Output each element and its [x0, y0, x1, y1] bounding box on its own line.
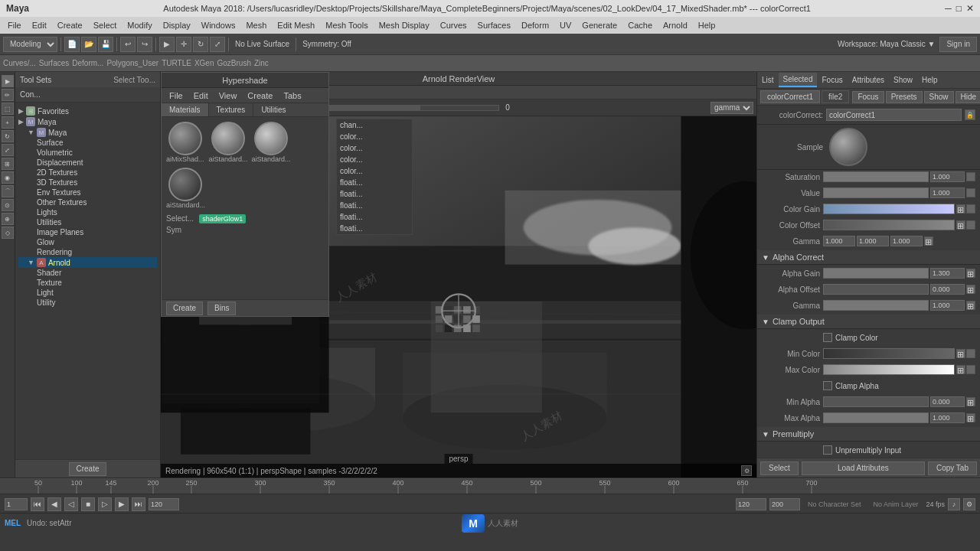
rendering-node[interactable]: Rendering [18, 247, 157, 257]
item-float3[interactable]: floati... [337, 200, 412, 211]
current-frame-input[interactable] [149, 498, 179, 510]
env-textures-node[interactable]: Env Textures [18, 187, 157, 197]
menu-help[interactable]: Help [694, 19, 720, 31]
menu-windows[interactable]: Windows [197, 19, 240, 31]
gamma-select[interactable]: gamma [710, 102, 753, 114]
co-connect-btn[interactable] [966, 220, 975, 230]
play-btn[interactable]: ▷ [98, 497, 112, 511]
menu-mesh-tools[interactable]: Mesh Tools [321, 19, 372, 31]
new-scene-btn[interactable]: 📄 [64, 37, 80, 52]
3d-textures-node[interactable]: 3D Textures [18, 178, 157, 187]
show-btn[interactable]: Show [924, 91, 954, 103]
sat-value[interactable] [930, 171, 965, 182]
lights-node[interactable]: Lights [18, 207, 157, 217]
maximize-btn[interactable]: □ [956, 3, 962, 14]
item-float5[interactable]: floati... [337, 223, 412, 234]
co-color-bar[interactable] [823, 220, 955, 230]
scale-btn[interactable]: ⤢ [210, 37, 225, 52]
ae-node-tab-2[interactable]: file2 [822, 90, 849, 103]
cg-connect-btn[interactable] [966, 204, 975, 214]
mna-value[interactable] [930, 396, 965, 407]
next-keyframe-btn[interactable]: ⏭ [132, 497, 145, 511]
mat-item-4[interactable]: aiStandard... [166, 168, 204, 209]
ao-slider[interactable] [823, 284, 929, 295]
menu-select[interactable]: Select [89, 19, 122, 31]
universal-tool-btn[interactable]: ⊞ [2, 158, 14, 170]
ae-focus-tab[interactable]: Focus [817, 73, 847, 86]
menu-generate[interactable]: Generate [577, 19, 622, 31]
joint-btn[interactable]: ⊙ [2, 199, 14, 211]
soft-mod-btn[interactable]: ◉ [2, 171, 14, 184]
displacement-node[interactable]: Displacement [18, 158, 157, 168]
menu-cache[interactable]: Cache [623, 19, 657, 31]
sign-in-btn[interactable]: Sign in [939, 37, 977, 52]
item-color1[interactable]: color... [337, 131, 412, 142]
agm-connect-btn[interactable]: ⊞ [966, 301, 975, 310]
glow-node[interactable]: Glow [18, 237, 157, 247]
image-planes-node[interactable]: Image Planes [18, 227, 157, 237]
hs-materials-tab[interactable]: Materials [162, 103, 209, 116]
menu-create[interactable]: Create [53, 19, 87, 31]
mxa-slider[interactable] [823, 412, 929, 423]
min-color-bar[interactable] [823, 348, 955, 359]
utilities-node[interactable]: Utilities [18, 217, 157, 227]
step-back-btn[interactable]: ◀ [47, 497, 61, 511]
cg-expand-btn[interactable]: ⊞ [956, 204, 965, 214]
item-float2[interactable]: floati... [337, 188, 412, 200]
shader-sub-node[interactable]: Shader [18, 268, 157, 278]
unpremultiply-checkbox[interactable] [823, 445, 832, 455]
hs-view-menu[interactable]: View [214, 90, 242, 101]
start-frame-input[interactable] [5, 498, 28, 510]
hs-file-menu[interactable]: File [165, 90, 188, 101]
workspace-dropdown[interactable]: Modeling [3, 37, 57, 52]
gamma-r-input[interactable] [823, 236, 855, 246]
agm-value[interactable] [930, 300, 965, 311]
save-btn[interactable]: 💾 [98, 37, 113, 52]
redo-btn[interactable]: ↪ [137, 37, 152, 52]
mxc-connect-btn[interactable] [966, 365, 975, 374]
menu-edit-mesh[interactable]: Edit Mesh [273, 19, 319, 31]
hs-tabs-menu[interactable]: Tabs [279, 90, 305, 101]
sat-slider[interactable] [823, 171, 929, 182]
premultiply-section[interactable]: ▼ Premultiply [757, 427, 980, 442]
hs-edit-menu[interactable]: Edit [189, 90, 213, 101]
co-expand-btn[interactable]: ⊞ [956, 220, 965, 230]
ae-help-tab[interactable]: Help [917, 73, 942, 86]
gamma-g-input[interactable] [857, 236, 889, 246]
val-connect-btn[interactable] [966, 188, 975, 197]
gamma-b-input[interactable] [890, 236, 923, 246]
item-float4[interactable]: floati... [337, 211, 412, 223]
surface-node[interactable]: Surface [18, 138, 157, 148]
select-btn[interactable]: Select [760, 461, 799, 475]
clamp-color-checkbox[interactable] [823, 333, 832, 342]
playback-settings-btn[interactable]: ⚙ [963, 498, 975, 510]
agm-slider[interactable] [823, 300, 929, 311]
mc-connect-btn[interactable] [966, 349, 975, 358]
bend-btn[interactable]: ⌒ [2, 185, 14, 197]
other-textures-node[interactable]: Other Textures [18, 197, 157, 207]
select-tool-btn[interactable]: ▶ [2, 75, 14, 87]
max-color-bar[interactable] [823, 364, 955, 375]
mxa-connect-btn[interactable]: ⊞ [966, 413, 975, 422]
item-color4[interactable]: color... [337, 165, 412, 177]
cg-color-bar[interactable] [823, 204, 955, 214]
minimize-btn[interactable]: ─ [945, 3, 952, 14]
volumetric-node[interactable]: Volumetric [18, 148, 157, 158]
render-settings-btn[interactable]: ⚙ [741, 465, 752, 476]
cc-name-input[interactable] [826, 109, 962, 121]
item-color2[interactable]: color... [337, 142, 412, 154]
hs-utilities-tab[interactable]: Utilities [253, 103, 293, 116]
create-btn[interactable]: Create [69, 462, 106, 476]
ae-show-tab[interactable]: Show [889, 73, 917, 86]
menu-modify[interactable]: Modify [122, 19, 156, 31]
mat-item-2[interactable]: aiStandard... [209, 122, 247, 163]
ag-connect-btn[interactable]: ⊞ [966, 269, 975, 278]
hs-bins-btn[interactable]: Bins [207, 302, 236, 315]
mat-item-3[interactable]: aiStandard... [252, 122, 290, 163]
menu-mesh-display[interactable]: Mesh Display [374, 19, 434, 31]
item-chan[interactable]: chan... [337, 119, 412, 131]
rotate-tool-btn[interactable]: ↻ [2, 130, 14, 142]
undo-btn[interactable]: ↩ [120, 37, 136, 52]
light-sub-node[interactable]: Light [18, 288, 157, 298]
paint-tool-btn[interactable]: ✏ [2, 89, 14, 101]
